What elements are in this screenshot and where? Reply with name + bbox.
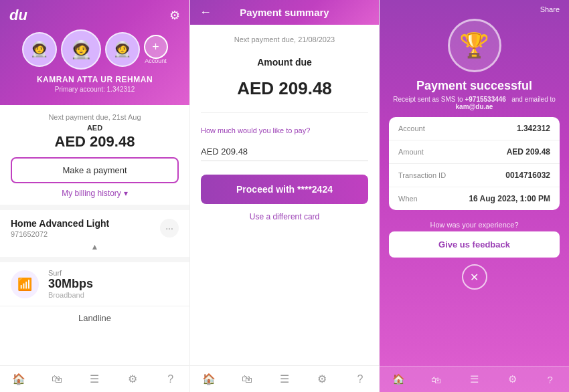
avatar-main: 🧑‍🚀 <box>61 29 101 70</box>
amount-value-p3: AED 209.48 <box>507 147 550 157</box>
divider-1 <box>201 112 368 113</box>
p3-nav-shop[interactable]: 🛍 <box>418 371 456 388</box>
avatars-row: 🧑‍🚀 🧑‍🚀 🧑‍🚀 + Account <box>9 29 180 70</box>
summary-row-transaction: Transaction ID 0014716032 <box>389 164 560 187</box>
summary-row-account: Account 1.342312 <box>389 117 560 140</box>
amount-key: Amount <box>398 148 424 156</box>
summary-row-amount: Amount AED 209.48 <box>389 140 560 164</box>
transaction-key: Transaction ID <box>398 171 446 179</box>
back-arrow-icon[interactable]: ← <box>199 5 212 19</box>
account-key: Account <box>398 124 425 132</box>
gear-icon[interactable]: ⚙ <box>169 8 180 23</box>
landline-label: Landline <box>11 313 179 323</box>
p3-nav-home[interactable]: 🏠 <box>380 371 418 388</box>
service-name: Home Advanced Light <box>11 218 109 229</box>
when-value: 16 Aug 2023, 1:00 PM <box>469 194 550 203</box>
chevron-up-icon[interactable]: ▲ <box>11 242 179 252</box>
panel2-header: ← Payment summary <box>190 0 379 25</box>
billing-history-link[interactable]: My billing history ▾ <box>11 189 179 198</box>
feedback-button[interactable]: Give us feedback <box>389 231 560 258</box>
panel3-bottom-nav: 🏠 🛍 ☰ ⚙ ? <box>380 366 569 392</box>
avatar-secondary-1: 🧑‍🚀 <box>22 32 57 67</box>
trophy-icon: 🏆 <box>448 19 501 72</box>
account-add-label: Account <box>145 58 167 64</box>
p2-nav-menu[interactable]: ☰ <box>266 370 303 388</box>
p2-nav-shop[interactable]: 🛍 <box>228 370 265 388</box>
payment-success-title: Payment successful <box>380 79 569 93</box>
landline-section: Landline <box>0 306 189 330</box>
panel2-next-due: Next payment due, 21/08/2023 <box>201 35 368 43</box>
panel1-body: Next payment due, 21st Aug AED AED 209.4… <box>0 105 189 365</box>
wifi-speed: 30Mbps <box>48 277 93 291</box>
wifi-section: 📶 Surf 30Mbps Broadband <box>0 262 189 306</box>
service-section: Home Advanced Light 971652072 ··· ▲ <box>0 210 189 262</box>
panel1-bottom-nav: 🏠 🛍 ☰ ⚙ ? <box>0 365 189 392</box>
panel2-bottom-nav: 🏠 🛍 ☰ ⚙ ? <box>190 365 379 392</box>
nav-shop[interactable]: 🛍 <box>38 370 76 388</box>
receipt-sent-text: Receipt sent as SMS to +9715533446 and e… <box>380 96 569 110</box>
panel-payment-success: Share 🏆 Payment successful Receipt sent … <box>380 0 569 392</box>
panel2-title: Payment summary <box>240 7 329 18</box>
p2-nav-settings[interactable]: ⚙ <box>303 370 341 388</box>
du-logo: du <box>9 7 27 24</box>
chevron-down-icon: ▾ <box>124 189 128 198</box>
how-much-label: How much would you like to pay? <box>201 126 368 134</box>
avatar-secondary-2: 🧑‍🚀 <box>105 32 140 67</box>
payment-section: Next payment due, 21st Aug AED AED 209.4… <box>0 105 189 210</box>
p2-nav-home[interactable]: 🏠 <box>190 370 228 388</box>
proceed-button[interactable]: Proceed with ****2424 <box>201 175 368 204</box>
amount-input[interactable] <box>201 142 368 161</box>
nav-settings[interactable]: ⚙ <box>114 370 152 388</box>
panel2-body: Next payment due, 21/08/2023 Amount due … <box>190 25 379 365</box>
panel1-header: du ⚙ 🧑‍🚀 🧑‍🚀 🧑‍🚀 + Account KAMRAN ATTA U… <box>0 0 189 105</box>
wifi-icon: 📶 <box>11 270 39 298</box>
share-link[interactable]: Share <box>540 5 560 13</box>
primary-account: Primary account: 1.342312 <box>9 86 180 93</box>
wifi-info: Surf 30Mbps Broadband <box>48 269 93 299</box>
p3-nav-settings[interactable]: ⚙ <box>493 371 532 388</box>
use-different-card-link[interactable]: Use a different card <box>201 212 368 221</box>
account-value: 1.342312 <box>517 124 550 133</box>
add-account-button[interactable]: + <box>144 35 168 59</box>
transaction-value: 0014716032 <box>505 171 550 180</box>
amount-label-p1: AED <box>11 124 179 132</box>
when-key: When <box>398 195 418 203</box>
amount-value-p1: AED 209.48 <box>11 133 179 151</box>
user-name: KAMRAN ATTA UR REHMAN <box>9 75 180 84</box>
next-payment-label: Next payment due, 21st Aug <box>11 113 179 121</box>
p3-nav-menu[interactable]: ☰ <box>455 371 493 388</box>
panel2-amount-value: AED 209.48 <box>201 78 368 99</box>
panel3-top: Share <box>380 0 569 13</box>
nav-home[interactable]: 🏠 <box>0 370 38 388</box>
close-button[interactable]: ✕ <box>462 264 487 290</box>
nav-menu[interactable]: ☰ <box>76 370 114 388</box>
experience-label: How was your experience? <box>380 221 569 229</box>
more-icon[interactable]: ··· <box>160 219 179 237</box>
panel-home: du ⚙ 🧑‍🚀 🧑‍🚀 🧑‍🚀 + Account KAMRAN ATTA U… <box>0 0 190 392</box>
p2-nav-help[interactable]: ? <box>341 370 379 388</box>
wifi-title: Surf <box>48 269 93 277</box>
nav-help[interactable]: ? <box>151 370 189 388</box>
p3-nav-help[interactable]: ? <box>531 371 569 388</box>
summary-card: Account 1.342312 Amount AED 209.48 Trans… <box>389 117 560 210</box>
panel-payment-summary: ← Payment summary Next payment due, 21/0… <box>190 0 380 392</box>
panel2-amount-label: Amount due <box>201 57 368 68</box>
service-id: 971652072 <box>11 230 109 238</box>
summary-row-when: When 16 Aug 2023, 1:00 PM <box>389 187 560 210</box>
wifi-type: Broadband <box>48 291 93 299</box>
make-payment-button[interactable]: Make a payment <box>11 157 179 183</box>
trophy-container: 🏆 <box>380 13 569 75</box>
